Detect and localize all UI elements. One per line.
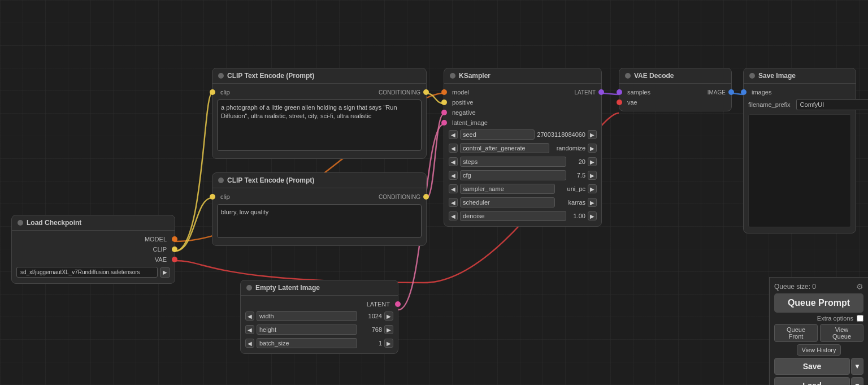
cfg-inc-btn[interactable]: ▶ — [588, 171, 597, 180]
node-title-load-checkpoint: Load Checkpoint — [27, 219, 81, 227]
port-ksampler-latent-in[interactable] — [441, 120, 447, 126]
ksampler-negative-row: negative — [444, 107, 601, 118]
batch-inc-btn[interactable]: ▶ — [384, 339, 393, 348]
save-load-row: Save ▼ — [774, 358, 863, 375]
sampler-inc-btn[interactable]: ▶ — [588, 184, 597, 193]
port-vae-image-out[interactable] — [728, 89, 734, 95]
denoise-dec-btn[interactable]: ◀ — [449, 211, 458, 220]
clip2-text-input[interactable] — [217, 204, 422, 238]
output-model-label: MODEL — [145, 236, 167, 243]
steps-dec-btn[interactable]: ◀ — [449, 157, 458, 166]
port-clip1-in[interactable] — [210, 89, 215, 95]
node-title-ksampler: KSampler — [459, 72, 491, 80]
control-row: ◀ control_after_generate randomize ▶ — [444, 141, 601, 155]
save-dropdown-button[interactable]: ▼ — [851, 358, 863, 375]
vae-vae-label: vae — [627, 99, 637, 106]
view-history-button[interactable]: View History — [797, 344, 841, 356]
node-dot-save-image — [749, 73, 755, 79]
filename-label: filename_prefix — [748, 101, 791, 108]
port-model-out[interactable] — [172, 236, 177, 242]
refresh-button[interactable]: ▶ — [160, 267, 170, 278]
port-latent-out[interactable] — [395, 301, 401, 307]
scheduler-inc-btn[interactable]: ▶ — [588, 198, 597, 207]
queue-front-button[interactable]: Queue Front — [774, 324, 818, 342]
checkpoint-file-row: sd_xl/juggernautXL_v7Rundiffusion.safete… — [12, 265, 175, 280]
cfg-track: cfg — [460, 170, 566, 180]
height-dec-btn[interactable]: ◀ — [245, 325, 254, 334]
load-button[interactable]: Load — [774, 377, 850, 385]
sampler-label: sampler_name — [463, 185, 504, 192]
queue-prompt-button[interactable]: Queue Prompt — [774, 293, 863, 313]
seed-dec-btn[interactable]: ◀ — [449, 130, 458, 139]
output-clip-row: CLIP — [12, 244, 175, 254]
seed-value: 27003118084060 — [537, 131, 585, 138]
port-vae-samples-in[interactable] — [617, 89, 622, 95]
sampler-value: uni_pc — [557, 185, 585, 192]
vae-image-out-label: IMAGE — [708, 89, 726, 96]
node-vae-decode: VAE Decode samples IMAGE vae — [619, 68, 732, 111]
clip2-input-row: clip CONDITIONING — [212, 192, 426, 202]
scheduler-track: scheduler — [460, 197, 555, 207]
clip1-text-input[interactable] — [217, 100, 422, 151]
width-inc-btn[interactable]: ▶ — [384, 312, 393, 321]
node-dot — [18, 220, 23, 226]
height-inc-btn[interactable]: ▶ — [384, 325, 393, 334]
node-header-save-image: Save Image — [744, 68, 856, 84]
port-vae-out[interactable] — [172, 257, 177, 262]
output-vae-label: VAE — [155, 256, 167, 263]
port-conditioning2-out[interactable] — [423, 194, 429, 200]
view-queue-button[interactable]: View Queue — [820, 324, 863, 342]
cfg-dec-btn[interactable]: ◀ — [449, 171, 458, 180]
node-title-empty-latent: Empty Latent Image — [255, 284, 320, 292]
ksampler-positive-label: positive — [452, 99, 473, 106]
scheduler-dec-btn[interactable]: ◀ — [449, 198, 458, 207]
ksampler-positive-row: positive — [444, 97, 601, 107]
port-ksampler-neg-in[interactable] — [441, 110, 447, 115]
batch-dec-btn[interactable]: ◀ — [245, 339, 254, 348]
steps-value: 20 — [568, 158, 585, 165]
sampler-track: sampler_name — [460, 184, 555, 194]
port-clip-out[interactable] — [172, 246, 177, 252]
filename-input[interactable] — [796, 99, 868, 110]
port-save-images-in[interactable] — [741, 89, 747, 95]
checkpoint-filename[interactable]: sd_xl/juggernautXL_v7Rundiffusion.safete… — [16, 267, 158, 278]
control-track: control_after_generate — [460, 143, 549, 153]
sampler-dec-btn[interactable]: ◀ — [449, 184, 458, 193]
node-header-clip1: CLIP Text Encode (Prompt) — [212, 68, 426, 84]
control-label: control_after_generate — [463, 145, 526, 152]
width-dec-btn[interactable]: ◀ — [245, 312, 254, 321]
node-dot-ksampler — [450, 73, 455, 79]
seed-track: seed — [460, 129, 535, 140]
ksampler-model-row: model LATENT — [444, 87, 601, 97]
node-header-empty-latent: Empty Latent Image — [241, 280, 398, 296]
node-body-vae-decode: samples IMAGE vae — [619, 84, 731, 111]
height-row: ◀ height 768 ▶ — [241, 323, 398, 336]
port-clip2-in[interactable] — [210, 194, 215, 200]
port-conditioning1-out[interactable] — [423, 89, 429, 95]
port-ksampler-latent-out[interactable] — [598, 89, 604, 95]
port-ksampler-pos-in[interactable] — [441, 100, 447, 105]
node-body-empty-latent: LATENT ◀ width 1024 ▶ ◀ height 768 ▶ — [241, 296, 398, 353]
node-dot-clip1 — [218, 73, 224, 79]
steps-inc-btn[interactable]: ▶ — [588, 157, 597, 166]
ksampler-latent-row: latent_image — [444, 118, 601, 128]
port-ksampler-model-in[interactable] — [441, 89, 447, 95]
steps-row: ◀ steps 20 ▶ — [444, 155, 601, 168]
vae-samples-label: samples — [627, 89, 650, 96]
port-vae-vae-in[interactable] — [617, 100, 622, 105]
ksampler-model-label: model — [452, 89, 469, 96]
gear-icon[interactable]: ⚙ — [856, 282, 863, 291]
load-dropdown-button[interactable]: ▼ — [851, 377, 863, 385]
node-header-ksampler: KSampler — [444, 68, 601, 84]
control-inc-btn[interactable]: ▶ — [588, 144, 597, 153]
node-title-clip2: CLIP Text Encode (Prompt) — [227, 176, 314, 184]
clip1-output-label: CONDITIONING — [379, 89, 420, 96]
scheduler-label: scheduler — [463, 199, 490, 206]
scheduler-row: ◀ scheduler karras ▶ — [444, 196, 601, 209]
node-body-save-image: images filename_prefix — [744, 84, 856, 233]
control-dec-btn[interactable]: ◀ — [449, 144, 458, 153]
seed-inc-btn[interactable]: ▶ — [588, 130, 597, 139]
extra-options-checkbox[interactable] — [857, 315, 863, 322]
save-button[interactable]: Save — [774, 358, 850, 375]
denoise-inc-btn[interactable]: ▶ — [588, 211, 597, 220]
